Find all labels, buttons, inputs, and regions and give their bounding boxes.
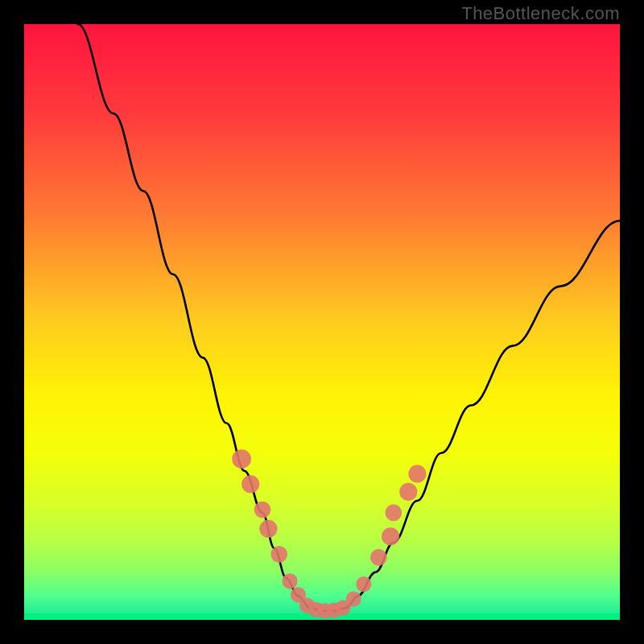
- data-marker: [259, 520, 277, 538]
- data-marker: [270, 546, 287, 563]
- chart-svg: [24, 24, 620, 620]
- data-marker: [346, 591, 361, 606]
- data-marker: [382, 527, 399, 545]
- chart-frame: TheBottleneck.com: [0, 0, 644, 644]
- data-marker: [282, 573, 297, 588]
- data-marker: [232, 449, 251, 469]
- data-marker: [408, 465, 426, 483]
- data-marker: [242, 475, 259, 493]
- watermark-text: TheBottleneck.com: [461, 3, 620, 24]
- data-marker: [356, 576, 371, 592]
- data-marker: [254, 502, 271, 518]
- plot-area: [24, 24, 620, 620]
- data-marker: [385, 504, 402, 521]
- data-marker: [399, 483, 417, 501]
- data-marker: [370, 549, 387, 566]
